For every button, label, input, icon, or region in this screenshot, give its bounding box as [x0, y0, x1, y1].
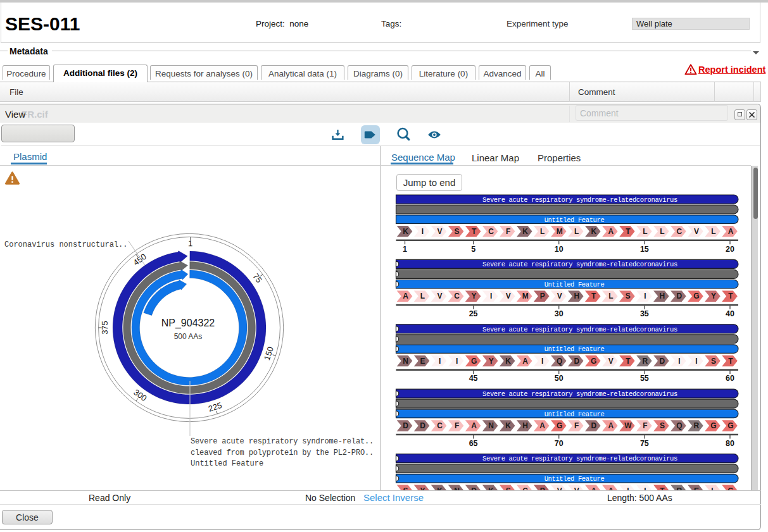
svg-text:G: G — [591, 357, 596, 366]
svg-text:V: V — [557, 292, 562, 300]
svg-text:S: S — [660, 421, 665, 430]
svg-text:K: K — [505, 421, 511, 430]
svg-text:I: I — [422, 227, 424, 236]
svg-text:D: D — [403, 421, 408, 430]
svg-text:Severe acute respiratory syndr: Severe acute respiratory syndrome-relate… — [482, 196, 677, 204]
svg-text:C: C — [454, 292, 460, 300]
svg-text:cleaved from polyprotein by th: cleaved from polyprotein by the PL2-PRO.… — [191, 448, 374, 457]
svg-text:K: K — [591, 227, 596, 236]
svg-text:T: T — [728, 357, 733, 366]
svg-text:S: S — [626, 292, 631, 300]
svg-text:45: 45 — [469, 374, 478, 383]
svg-text:Untitled Feature: Untitled Feature — [545, 281, 605, 288]
svg-text:A: A — [522, 357, 528, 366]
svg-text:NP_904322: NP_904322 — [161, 318, 215, 329]
svg-text:M: M — [522, 292, 529, 300]
svg-text:I: I — [678, 357, 680, 366]
svg-text:H: H — [660, 292, 665, 300]
svg-text:1: 1 — [403, 245, 407, 254]
svg-text:K: K — [505, 357, 511, 366]
svg-text:T: T — [626, 227, 631, 236]
svg-text:M: M — [557, 227, 563, 236]
svg-text:500 AAs: 500 AAs — [174, 332, 203, 341]
svg-text:I: I — [456, 357, 458, 366]
svg-text:K: K — [403, 227, 408, 236]
svg-text:R: R — [694, 421, 700, 430]
svg-text:40: 40 — [726, 309, 734, 318]
svg-text:V: V — [608, 357, 614, 366]
svg-text:L: L — [420, 292, 425, 300]
svg-text:D: D — [677, 292, 683, 300]
svg-text:55: 55 — [640, 374, 649, 383]
svg-text:F: F — [455, 421, 459, 430]
svg-text:I: I — [490, 292, 492, 300]
svg-text:375: 375 — [100, 321, 110, 335]
svg-text:D: D — [420, 421, 425, 430]
svg-text:V: V — [438, 227, 443, 236]
svg-text:D: D — [574, 357, 579, 366]
svg-text:A: A — [608, 227, 614, 236]
svg-text:S: S — [711, 357, 716, 366]
svg-text:75: 75 — [640, 439, 649, 448]
svg-text:Severe acute respiratory syndr: Severe acute respiratory syndrome-relate… — [482, 326, 677, 333]
svg-text:F: F — [574, 421, 579, 430]
svg-text:H: H — [522, 421, 528, 430]
svg-text:Untitled Feature: Untitled Feature — [191, 459, 263, 468]
svg-text:L: L — [711, 227, 715, 236]
svg-text:L: L — [643, 227, 647, 236]
svg-text:A: A — [539, 421, 545, 430]
svg-text:W: W — [624, 421, 632, 430]
svg-text:F: F — [506, 227, 510, 236]
svg-text:Q: Q — [676, 421, 682, 430]
svg-text:T: T — [626, 357, 631, 366]
svg-text:Q: Q — [557, 357, 562, 366]
svg-text:30: 30 — [555, 309, 563, 318]
svg-text:Y: Y — [489, 357, 494, 366]
svg-text:G: G — [710, 421, 716, 430]
svg-text:D: D — [660, 357, 665, 366]
svg-text:L: L — [540, 227, 545, 236]
svg-text:10: 10 — [555, 245, 563, 254]
svg-text:G: G — [693, 292, 699, 300]
svg-text:H: H — [574, 292, 579, 300]
svg-text:D: D — [591, 421, 596, 430]
svg-text:1: 1 — [188, 238, 192, 248]
svg-text:V: V — [694, 227, 699, 236]
svg-text:Y: Y — [711, 292, 716, 300]
svg-text:I: I — [644, 292, 646, 300]
svg-text:A: A — [403, 292, 408, 300]
svg-text:T: T — [591, 292, 596, 300]
svg-text:Y: Y — [472, 292, 477, 300]
svg-text:S: S — [455, 227, 460, 236]
svg-text:C: C — [677, 227, 683, 236]
svg-text:Untitled Feature: Untitled Feature — [545, 475, 605, 483]
svg-text:I: I — [541, 357, 543, 366]
svg-text:G: G — [557, 421, 562, 430]
svg-text:150: 150 — [262, 345, 275, 361]
svg-text:Untitled Feature: Untitled Feature — [545, 216, 605, 224]
svg-text:N: N — [488, 421, 494, 430]
svg-text:Severe acute respiratory syndr: Severe acute respiratory syndrome-relate… — [482, 390, 677, 398]
svg-text:T: T — [472, 227, 477, 236]
svg-text:E: E — [420, 357, 425, 366]
svg-text:Untitled Feature: Untitled Feature — [545, 345, 605, 353]
svg-text:A: A — [728, 227, 734, 236]
svg-text:L: L — [660, 227, 664, 236]
svg-text:5: 5 — [471, 245, 475, 254]
svg-text:G: G — [727, 421, 733, 430]
svg-text:20: 20 — [726, 245, 734, 254]
svg-text:R: R — [643, 357, 648, 366]
svg-text:Severe acute respiratory syndr: Severe acute respiratory syndrome-relate… — [482, 455, 677, 462]
svg-text:A: A — [608, 421, 614, 430]
svg-text:50: 50 — [555, 374, 563, 383]
svg-text:C: C — [488, 227, 494, 236]
svg-text:25: 25 — [469, 309, 478, 318]
svg-text:70: 70 — [555, 439, 563, 448]
svg-text:Untitled Feature: Untitled Feature — [545, 411, 605, 418]
svg-text:T: T — [728, 292, 733, 300]
svg-text:60: 60 — [726, 374, 734, 383]
svg-text:Severe acute respiratory syndr: Severe acute respiratory syndrome-relate… — [482, 261, 677, 268]
svg-text:F: F — [643, 421, 647, 430]
svg-text:V: V — [506, 292, 511, 300]
svg-text:G: G — [471, 357, 477, 366]
